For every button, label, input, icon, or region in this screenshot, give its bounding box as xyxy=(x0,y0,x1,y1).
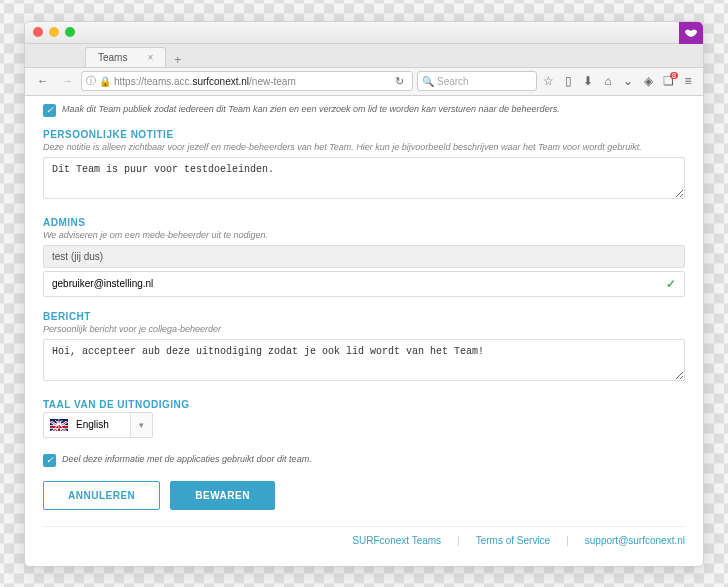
url-prefix: https://teams.acc. xyxy=(114,76,192,87)
message-textarea[interactable] xyxy=(43,339,685,381)
message-title: BERICHT xyxy=(43,311,685,322)
footer-link-support[interactable]: support@surfconext.nl xyxy=(585,535,685,546)
back-button[interactable]: ← xyxy=(33,71,53,91)
shield-icon[interactable]: ◈ xyxy=(641,74,655,88)
home-icon[interactable]: ⌂ xyxy=(601,74,615,88)
url-bar[interactable]: ⓘ 🔒 https://teams.acc.surfconext.nl/new-… xyxy=(81,71,413,91)
share-info-label: Deel deze informatie met de applicaties … xyxy=(62,454,312,464)
public-team-checkbox[interactable]: ✓ xyxy=(43,104,56,117)
personal-note-textarea[interactable] xyxy=(43,157,685,199)
lock-icon: 🔒 xyxy=(99,76,111,87)
footer-separator: | xyxy=(457,535,460,546)
footer: SURFconext Teams | Terms of Service | su… xyxy=(43,526,685,546)
personal-note-desc: Deze notitie is alleen zichtbaar voor je… xyxy=(43,142,685,152)
admin-email-input[interactable] xyxy=(52,278,666,289)
pocket-icon[interactable]: ⌄ xyxy=(621,74,635,88)
tab-label: Teams xyxy=(98,52,127,63)
download-icon[interactable]: ⬇ xyxy=(581,74,595,88)
cancel-button[interactable]: ANNULEREN xyxy=(43,481,160,510)
language-select[interactable]: English ▾ xyxy=(43,412,153,438)
message-section: BERICHT Persoonlijk bericht voor je coll… xyxy=(43,311,685,385)
info-icon: ⓘ xyxy=(86,74,96,88)
menu-icon[interactable]: ≡ xyxy=(681,74,695,88)
toolbar-icons: ☆ ▯ ⬇ ⌂ ⌄ ◈ ❏8 ≡ xyxy=(541,74,695,88)
close-window-button[interactable] xyxy=(33,27,43,37)
tab-bar: Teams × + xyxy=(25,44,703,68)
toolbar: ← → ⓘ 🔒 https://teams.acc.surfconext.nl/… xyxy=(25,68,703,96)
search-placeholder: Search xyxy=(437,76,469,87)
url-text: https://teams.acc.surfconext.nl/new-team xyxy=(114,76,388,87)
message-desc: Persoonlijk bericht voor je collega-behe… xyxy=(43,324,685,334)
tab-teams[interactable]: Teams × xyxy=(85,47,166,67)
button-row: ANNULEREN BEWAREN xyxy=(43,481,685,510)
admins-section: ADMINS We adviseren je om een mede-behee… xyxy=(43,217,685,297)
url-domain: surfconext.nl xyxy=(192,76,249,87)
chevron-down-icon: ▾ xyxy=(130,413,152,437)
personal-note-title: PERSOONLIJKE NOTITIE xyxy=(43,129,685,140)
language-selected: English xyxy=(74,419,130,430)
extension-badge[interactable] xyxy=(679,22,703,44)
personal-note-section: PERSOONLIJKE NOTITIE Deze notitie is all… xyxy=(43,129,685,203)
forward-button[interactable]: → xyxy=(57,71,77,91)
search-bar[interactable]: 🔍 Search xyxy=(417,71,537,91)
page-content: ✓ Maak dit Team publiek zodat iedereen d… xyxy=(25,96,703,566)
share-info-checkbox[interactable]: ✓ xyxy=(43,454,56,467)
footer-link-teams[interactable]: SURFconext Teams xyxy=(352,535,441,546)
admins-desc: We adviseren je om een mede-beheerder ui… xyxy=(43,230,685,240)
star-icon[interactable]: ☆ xyxy=(541,74,555,88)
save-button[interactable]: BEWAREN xyxy=(170,481,275,510)
search-icon: 🔍 xyxy=(422,76,434,87)
public-team-label: Maak dit Team publiek zodat iedereen dit… xyxy=(62,104,560,114)
notification-icon[interactable]: ❏8 xyxy=(661,74,675,88)
url-path: /new-team xyxy=(249,76,296,87)
admin-current: test (jij dus) xyxy=(43,245,685,268)
refresh-button[interactable]: ↻ xyxy=(391,75,408,88)
uk-flag-icon xyxy=(50,419,68,431)
valid-check-icon: ✓ xyxy=(666,277,676,291)
language-section: TAAL VAN DE UITNODIGING English ▾ xyxy=(43,399,685,438)
footer-separator: | xyxy=(566,535,569,546)
traffic-lights xyxy=(33,27,75,37)
svg-rect-0 xyxy=(50,421,68,431)
browser-window: Teams × + ← → ⓘ 🔒 https://teams.acc.surf… xyxy=(24,21,704,567)
admin-input-row: ✓ xyxy=(43,271,685,297)
titlebar xyxy=(25,22,703,44)
language-title: TAAL VAN DE UITNODIGING xyxy=(43,399,685,410)
bookmark-icon[interactable]: ▯ xyxy=(561,74,575,88)
public-team-row: ✓ Maak dit Team publiek zodat iedereen d… xyxy=(43,104,685,117)
maximize-window-button[interactable] xyxy=(65,27,75,37)
minimize-window-button[interactable] xyxy=(49,27,59,37)
tab-close-icon[interactable]: × xyxy=(147,52,153,63)
share-info-row: ✓ Deel deze informatie met de applicatie… xyxy=(43,454,685,467)
admins-title: ADMINS xyxy=(43,217,685,228)
footer-link-tos[interactable]: Terms of Service xyxy=(476,535,550,546)
new-tab-button[interactable]: + xyxy=(166,53,189,67)
